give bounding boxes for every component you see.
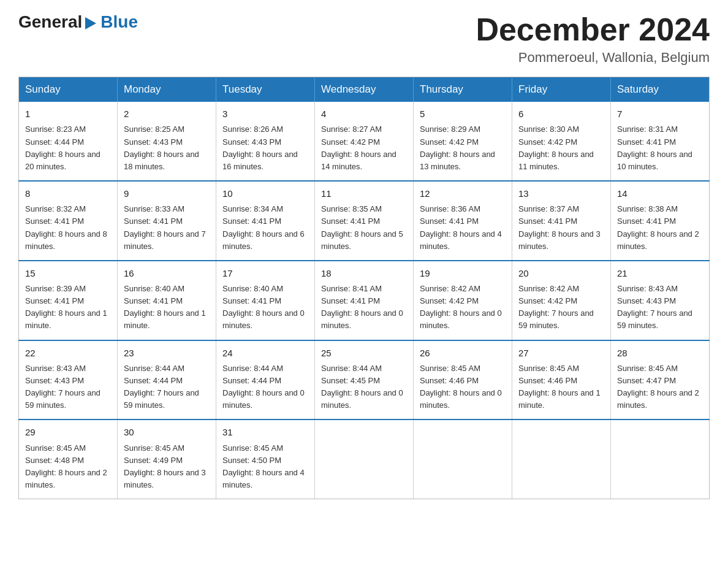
day-number: 10 [222, 186, 308, 201]
table-row: 23 Sunrise: 8:44 AMSunset: 4:44 PMDaylig… [118, 340, 216, 420]
day-number: 9 [124, 186, 210, 201]
calendar-header-row: Sunday Monday Tuesday Wednesday Thursday… [19, 77, 710, 102]
table-row: 26 Sunrise: 8:45 AMSunset: 4:46 PMDaylig… [414, 340, 512, 420]
day-info: Sunrise: 8:45 AMSunset: 4:48 PMDaylight:… [25, 443, 107, 489]
col-saturday: Saturday [611, 77, 710, 102]
day-number: 14 [617, 186, 703, 201]
day-number: 12 [420, 186, 506, 201]
calendar-week-row: 8 Sunrise: 8:32 AMSunset: 4:41 PMDayligh… [19, 181, 710, 261]
day-info: Sunrise: 8:31 AMSunset: 4:41 PMDaylight:… [617, 124, 692, 170]
day-number: 7 [617, 107, 703, 121]
page-header: General Blue December 2024 Pommeroeul, W… [18, 12, 710, 66]
table-row: 27 Sunrise: 8:45 AMSunset: 4:46 PMDaylig… [512, 340, 611, 420]
day-info: Sunrise: 8:36 AMSunset: 4:41 PMDaylight:… [420, 204, 502, 250]
day-info: Sunrise: 8:45 AMSunset: 4:50 PMDaylight:… [222, 443, 305, 489]
day-info: Sunrise: 8:37 AMSunset: 4:41 PMDaylight:… [518, 204, 601, 250]
day-number: 26 [420, 346, 506, 360]
day-info: Sunrise: 8:45 AMSunset: 4:49 PMDaylight:… [124, 443, 206, 489]
day-info: Sunrise: 8:27 AMSunset: 4:42 PMDaylight:… [321, 124, 396, 170]
table-row [611, 419, 710, 499]
table-row: 16 Sunrise: 8:40 AMSunset: 4:41 PMDaylig… [118, 261, 216, 340]
day-number: 5 [420, 107, 506, 121]
day-info: Sunrise: 8:29 AMSunset: 4:42 PMDaylight:… [420, 124, 495, 170]
day-number: 25 [321, 346, 407, 360]
day-number: 29 [25, 425, 111, 439]
day-number: 18 [321, 266, 407, 280]
day-number: 28 [617, 346, 703, 360]
month-title: December 2024 [476, 12, 710, 47]
table-row: 6 Sunrise: 8:30 AMSunset: 4:42 PMDayligh… [512, 102, 611, 181]
table-row: 20 Sunrise: 8:42 AMSunset: 4:42 PMDaylig… [512, 261, 611, 340]
day-info: Sunrise: 8:38 AMSunset: 4:41 PMDaylight:… [617, 204, 699, 250]
day-number: 23 [124, 346, 210, 360]
table-row: 28 Sunrise: 8:45 AMSunset: 4:47 PMDaylig… [611, 340, 710, 420]
day-info: Sunrise: 8:44 AMSunset: 4:45 PMDaylight:… [321, 364, 403, 410]
day-number: 15 [25, 266, 111, 280]
col-sunday: Sunday [19, 77, 118, 102]
day-number: 31 [222, 425, 308, 439]
logo: General Blue [18, 12, 138, 32]
table-row: 1 Sunrise: 8:23 AMSunset: 4:44 PMDayligh… [19, 102, 118, 181]
day-info: Sunrise: 8:26 AMSunset: 4:43 PMDaylight:… [222, 124, 298, 170]
calendar-table: Sunday Monday Tuesday Wednesday Thursday… [18, 77, 710, 499]
col-friday: Friday [512, 77, 611, 102]
table-row: 11 Sunrise: 8:35 AMSunset: 4:41 PMDaylig… [315, 181, 414, 261]
day-info: Sunrise: 8:44 AMSunset: 4:44 PMDaylight:… [124, 364, 199, 410]
day-number: 20 [518, 266, 604, 280]
table-row: 13 Sunrise: 8:37 AMSunset: 4:41 PMDaylig… [512, 181, 611, 261]
day-number: 16 [124, 266, 210, 280]
day-info: Sunrise: 8:41 AMSunset: 4:41 PMDaylight:… [321, 284, 403, 330]
table-row: 4 Sunrise: 8:27 AMSunset: 4:42 PMDayligh… [315, 102, 414, 181]
day-info: Sunrise: 8:40 AMSunset: 4:41 PMDaylight:… [222, 284, 305, 330]
day-info: Sunrise: 8:42 AMSunset: 4:42 PMDaylight:… [518, 284, 594, 330]
logo-arrow-icon [83, 15, 100, 32]
day-number: 4 [321, 107, 407, 121]
day-number: 30 [124, 425, 210, 439]
table-row: 14 Sunrise: 8:38 AMSunset: 4:41 PMDaylig… [611, 181, 710, 261]
table-row: 5 Sunrise: 8:29 AMSunset: 4:42 PMDayligh… [414, 102, 512, 181]
table-row: 8 Sunrise: 8:32 AMSunset: 4:41 PMDayligh… [19, 181, 118, 261]
day-info: Sunrise: 8:42 AMSunset: 4:42 PMDaylight:… [420, 284, 502, 330]
day-info: Sunrise: 8:43 AMSunset: 4:43 PMDaylight:… [617, 284, 692, 330]
table-row: 7 Sunrise: 8:31 AMSunset: 4:41 PMDayligh… [611, 102, 710, 181]
table-row: 15 Sunrise: 8:39 AMSunset: 4:41 PMDaylig… [19, 261, 118, 340]
day-number: 27 [518, 346, 604, 360]
table-row: 25 Sunrise: 8:44 AMSunset: 4:45 PMDaylig… [315, 340, 414, 420]
calendar-week-row: 1 Sunrise: 8:23 AMSunset: 4:44 PMDayligh… [19, 102, 710, 181]
table-row: 22 Sunrise: 8:43 AMSunset: 4:43 PMDaylig… [19, 340, 118, 420]
table-row: 2 Sunrise: 8:25 AMSunset: 4:43 PMDayligh… [118, 102, 216, 181]
table-row: 10 Sunrise: 8:34 AMSunset: 4:41 PMDaylig… [216, 181, 315, 261]
calendar-week-row: 22 Sunrise: 8:43 AMSunset: 4:43 PMDaylig… [19, 340, 710, 420]
table-row: 17 Sunrise: 8:40 AMSunset: 4:41 PMDaylig… [216, 261, 315, 340]
logo-blue-text: Blue [100, 12, 138, 32]
day-number: 17 [222, 266, 308, 280]
col-monday: Monday [118, 77, 216, 102]
location-subtitle: Pommeroeul, Wallonia, Belgium [476, 50, 710, 66]
day-info: Sunrise: 8:40 AMSunset: 4:41 PMDaylight:… [124, 284, 206, 330]
table-row: 12 Sunrise: 8:36 AMSunset: 4:41 PMDaylig… [414, 181, 512, 261]
logo-general-text: General [18, 12, 82, 32]
table-row: 3 Sunrise: 8:26 AMSunset: 4:43 PMDayligh… [216, 102, 315, 181]
day-info: Sunrise: 8:35 AMSunset: 4:41 PMDaylight:… [321, 204, 403, 250]
day-number: 13 [518, 186, 604, 201]
day-number: 6 [518, 107, 604, 121]
day-info: Sunrise: 8:30 AMSunset: 4:42 PMDaylight:… [518, 124, 594, 170]
col-tuesday: Tuesday [216, 77, 315, 102]
svg-marker-0 [85, 17, 96, 29]
day-info: Sunrise: 8:23 AMSunset: 4:44 PMDaylight:… [25, 124, 100, 170]
day-info: Sunrise: 8:43 AMSunset: 4:43 PMDaylight:… [25, 364, 100, 410]
day-number: 3 [222, 107, 308, 121]
day-info: Sunrise: 8:34 AMSunset: 4:41 PMDaylight:… [222, 204, 305, 250]
day-number: 24 [222, 346, 308, 360]
table-row: 21 Sunrise: 8:43 AMSunset: 4:43 PMDaylig… [611, 261, 710, 340]
calendar-week-row: 15 Sunrise: 8:39 AMSunset: 4:41 PMDaylig… [19, 261, 710, 340]
calendar-week-row: 29 Sunrise: 8:45 AMSunset: 4:48 PMDaylig… [19, 419, 710, 499]
table-row: 29 Sunrise: 8:45 AMSunset: 4:48 PMDaylig… [19, 419, 118, 499]
day-info: Sunrise: 8:33 AMSunset: 4:41 PMDaylight:… [124, 204, 206, 250]
day-number: 11 [321, 186, 407, 201]
day-info: Sunrise: 8:44 AMSunset: 4:44 PMDaylight:… [222, 364, 305, 410]
day-number: 22 [25, 346, 111, 360]
table-row [315, 419, 414, 499]
day-number: 19 [420, 266, 506, 280]
day-info: Sunrise: 8:25 AMSunset: 4:43 PMDaylight:… [124, 124, 199, 170]
